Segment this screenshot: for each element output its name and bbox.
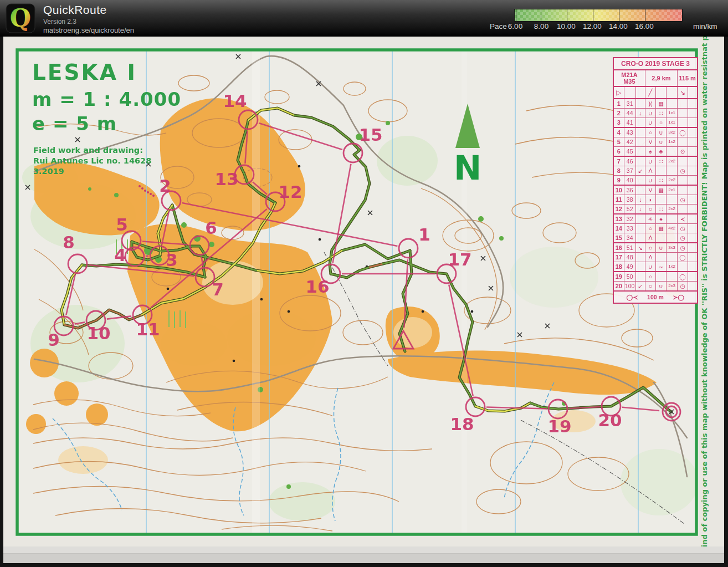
paper-edge: [3, 546, 724, 553]
desc-cell: [635, 185, 645, 195]
desc-cell: [688, 205, 698, 214]
map-scale: m = 1 : 4.000: [32, 87, 181, 111]
desc-cell: 2: [613, 109, 624, 118]
desc-cell: 13: [613, 214, 624, 224]
desc-cell: [678, 118, 688, 128]
control-number: 3: [166, 250, 178, 270]
desc-cell: ∪: [645, 118, 655, 128]
desc-cell: [688, 185, 698, 195]
desc-cell: )(: [645, 99, 655, 109]
desc-cell: 8: [613, 166, 624, 176]
desc-cell: ○: [645, 127, 655, 137]
desc-cell: ◷: [678, 195, 688, 205]
desc-cell: Λ: [645, 166, 655, 176]
pace-tick-label: 8.00: [528, 22, 555, 30]
desc-cell: [635, 253, 645, 262]
desc-cell: 2x2: [667, 205, 678, 214]
desc-row: 940∪∷2x2: [613, 176, 698, 186]
desc-cell: [688, 233, 698, 243]
copyright-notice: Any kind of copying or use of this map w…: [700, 86, 714, 563]
desc-row: 131)(▦: [613, 99, 698, 109]
pace-tick-label: 10.00: [553, 22, 580, 30]
desc-cell: ∷: [655, 176, 666, 186]
desc-cell: ○: [645, 282, 655, 292]
desc-cell: 45: [624, 147, 635, 157]
desc-cell: 7: [613, 156, 624, 166]
pace-tick: [593, 9, 593, 22]
desc-cell: 52: [624, 205, 635, 214]
credit-line: Rui Antunes Lic no. 14628: [33, 156, 151, 166]
desc-cell: ≺: [678, 214, 688, 224]
desc-row: 746∪∷2x2: [613, 156, 698, 166]
desc-cell: 16: [613, 243, 624, 253]
desc-cell: 2x3: [667, 282, 678, 292]
desc-cell: [667, 99, 678, 109]
desc-cell: [688, 262, 698, 272]
desc-cell: [688, 156, 698, 166]
desc-cell: ◷: [678, 282, 688, 292]
start-symbol: ▷: [613, 86, 624, 99]
pace-unit-label: min/km: [693, 22, 717, 30]
desc-cell: 5: [613, 137, 624, 147]
desc-cell: 42: [624, 137, 635, 147]
desc-cell: V: [645, 137, 655, 147]
desc-cell: [678, 176, 688, 186]
desc-cell: 1x1: [667, 109, 678, 118]
control-number: 16: [305, 277, 329, 297]
desc-row: 20100↙○∪2x3◷: [613, 282, 698, 292]
app-title: QuickRoute: [43, 3, 134, 17]
desc-row: 645♠♣⊙: [613, 147, 698, 157]
desc-cell: [688, 195, 698, 205]
desc-cell: [655, 166, 666, 176]
desc-cell: [667, 233, 678, 243]
desc-cell: [678, 99, 688, 109]
desc-cell: [688, 166, 698, 176]
desc-cell: ♠: [655, 214, 666, 224]
desc-cell: 3x3: [667, 243, 678, 253]
desc-cell: [688, 253, 698, 262]
desc-cell: [635, 214, 645, 224]
desc-cell: 100: [624, 282, 635, 292]
desc-cell: [635, 262, 645, 272]
desc-cell: ○: [645, 243, 655, 253]
desc-cell: [635, 137, 645, 147]
desc-cell: 50: [624, 272, 635, 282]
control-number: 4: [114, 245, 126, 265]
pace-tick-label: 14.00: [605, 22, 632, 30]
desc-row: 542V∪1x2: [613, 137, 698, 147]
desc-cell: [678, 109, 688, 118]
desc-cell: [655, 195, 666, 205]
desc-cell: [667, 195, 678, 205]
control-number: 12: [278, 182, 302, 202]
control-number: 11: [136, 319, 160, 339]
desc-cell: [688, 137, 698, 147]
desc-cell: ∪: [645, 109, 655, 118]
desc-row: 1036V▦2x1: [613, 185, 698, 195]
desc-cell: [667, 253, 678, 262]
desc-cell: 4x2: [667, 224, 678, 233]
desc-cell: V: [645, 185, 655, 195]
control-number: 8: [63, 232, 75, 252]
desc-cell: 18: [613, 262, 624, 272]
pace-gradient-bar: [514, 9, 683, 22]
desc-cell: ○: [645, 272, 655, 282]
desc-cell: [667, 272, 678, 282]
desc-cell: 20: [613, 282, 624, 292]
desc-class: M21AM35: [613, 70, 645, 86]
desc-cell: ◯: [678, 253, 688, 262]
desc-cell: ▦: [655, 99, 666, 109]
desc-cell: 48: [624, 253, 635, 262]
desc-row: 837↙Λ◷: [613, 166, 698, 176]
map-name: LESKA I: [32, 59, 181, 87]
desc-row: 341∪○1x1: [613, 118, 698, 128]
pace-tick-label: 16.00: [631, 22, 658, 30]
desc-cell: 3x2: [667, 127, 678, 137]
desc-cell: 2x2: [667, 156, 678, 166]
desc-cell: [655, 253, 666, 262]
transparency-checker: [515, 9, 682, 21]
desc-cell: [688, 109, 698, 118]
desc-cell: ∷: [655, 205, 666, 214]
desc-cell: ∪: [645, 176, 655, 186]
desc-cell: ▦: [655, 224, 666, 233]
desc-cell: [678, 205, 688, 214]
